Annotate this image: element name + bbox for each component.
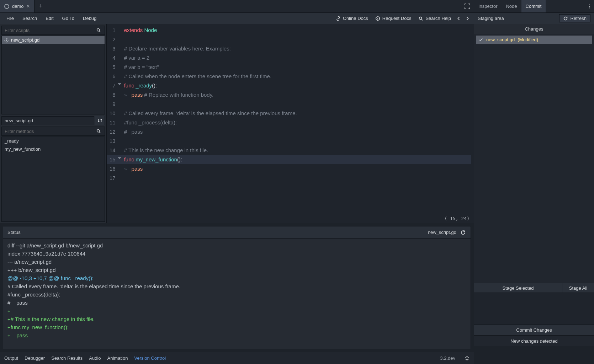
cursor-position-label: ( 15, 24) [107,213,474,223]
stage-all-button[interactable]: Stage All [562,283,594,293]
change-item[interactable]: new_script.gd (Modified) [476,36,592,44]
diff-refresh-button[interactable] [460,229,466,236]
filter-scripts-input[interactable] [2,28,96,33]
online-docs-button[interactable]: Online Docs [333,14,371,22]
request-docs-button[interactable]: Request Docs [372,14,414,22]
new-tab-button[interactable]: + [35,0,47,12]
dock-tab-inspector[interactable]: Inspector [474,0,502,12]
bottom-panel-tabs: Output Debugger Search Results Audio Ani… [0,352,474,364]
svg-point-3 [6,39,7,41]
menu-edit[interactable]: Edit [42,14,57,22]
menu-search[interactable]: Search [19,14,41,22]
svg-point-2 [97,29,100,31]
method-item-my-new-function[interactable]: my_new_function [2,145,105,153]
member-overview-sort-button[interactable] [95,116,105,125]
check-icon [478,37,483,42]
vcs-status-label: New changes detected [474,336,594,346]
search-icon [96,129,105,134]
svg-point-1 [419,17,422,19]
tab-audio[interactable]: Audio [89,355,101,361]
method-list[interactable]: _ready my_new_function [1,136,105,222]
engine-version-label: 3.2.dev [440,355,455,361]
script-path-label: new_script.gd [1,116,94,125]
info-icon [375,16,380,21]
svg-point-6 [589,6,590,6]
bottom-panel-expand-button[interactable] [465,356,470,361]
tab-debugger[interactable]: Debugger [25,355,45,361]
search-help-icon [418,16,423,21]
dock-tab-node[interactable]: Node [502,0,521,12]
link-icon [336,16,341,21]
refresh-icon [563,16,568,21]
diff-body[interactable]: diff --git a/new_script.gd b/new_script.… [3,239,471,349]
chevron-left-icon [456,16,461,21]
menu-file[interactable]: File [3,14,17,22]
script-item[interactable]: new_script.gd [2,36,105,44]
changes-header: Changes [474,24,594,34]
script-sidebar: new_script.gd new_script.gd _ready my_ne… [0,24,107,223]
search-icon [96,28,105,33]
diff-status-label: Status [7,230,21,235]
scene-tab-demo[interactable]: demo × [0,0,35,12]
code-editor[interactable]: 1234567891011121314151617extends Node# D… [107,24,474,223]
dock-tabs: Inspector Node Commit [474,0,594,13]
sort-icon [97,118,102,123]
method-item-ready[interactable]: _ready [2,137,105,145]
filter-methods-input[interactable] [2,129,96,134]
tab-version-control[interactable]: Version Control [134,355,166,361]
script-menu-bar: File Search Edit Go To Debug Online Docs… [0,13,474,24]
menu-debug[interactable]: Debug [79,14,100,22]
commit-message-input[interactable] [474,293,594,325]
menu-goto[interactable]: Go To [59,14,78,22]
history-prev-button[interactable] [455,15,462,22]
history-next-button[interactable] [464,15,471,22]
dock-tab-commit[interactable]: Commit [521,0,546,12]
search-help-button[interactable]: Search Help [415,14,454,22]
stage-selected-button[interactable]: Stage Selected [474,283,562,293]
tab-animation[interactable]: Animation [107,355,128,361]
svg-point-7 [589,7,590,8]
dock-menu-button[interactable] [585,0,594,12]
scene-tab-label: demo [12,4,24,9]
node-icon [4,4,9,9]
fullscreen-icon [465,4,470,9]
gear-icon [4,38,9,43]
script-list[interactable]: new_script.gd [1,36,105,114]
script-item-label: new_script.gd [11,37,39,43]
scene-tab-strip: demo × + [0,0,474,13]
expand-icon [465,356,470,361]
diff-file-label: new_script.gd [428,230,456,235]
close-icon[interactable]: × [27,3,30,10]
changes-list[interactable]: new_script.gd (Modified) [474,34,594,283]
diff-panel: Status new_script.gd diff --git a/new_sc… [3,226,471,349]
staging-area-label: Staging area [478,16,504,21]
distraction-free-button[interactable] [461,0,474,12]
svg-point-4 [97,130,100,132]
svg-point-5 [589,4,590,5]
tab-search-results[interactable]: Search Results [51,355,83,361]
tab-output[interactable]: Output [4,355,18,361]
refresh-icon [460,230,466,235]
commit-changes-button[interactable]: Commit Changes [474,325,594,336]
chevron-right-icon [465,16,470,21]
refresh-staging-button[interactable]: Refresh [559,14,590,22]
dots-vertical-icon [587,4,592,9]
